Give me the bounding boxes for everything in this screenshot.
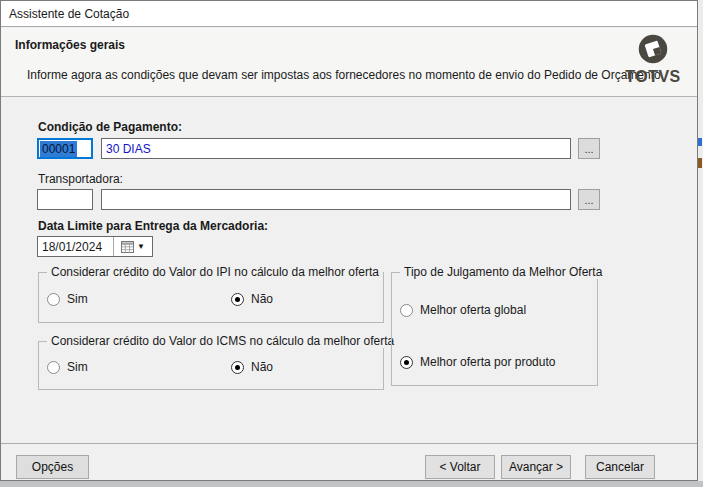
background-blue-mark: [698, 138, 702, 146]
icms-credit-group-title: Considerar crédito do Valor do ICMS no c…: [47, 334, 398, 348]
date-picker-dropdown[interactable]: ▼: [114, 241, 152, 253]
wizard-header: Informações gerais Informe agora as cond…: [1, 28, 697, 97]
next-button[interactable]: Avançar >: [501, 455, 571, 479]
radio-icon[interactable]: [47, 361, 60, 374]
payment-condition-desc-input[interactable]: [101, 138, 571, 159]
footer-divider: [1, 443, 697, 444]
radio-label: Não: [251, 360, 273, 374]
ipi-credit-group: Considerar crédito do Valor do IPI no cá…: [38, 272, 384, 323]
radio-icon[interactable]: [231, 293, 244, 306]
background-bottom-band: [0, 481, 703, 487]
page-description: Informe agora as condições que devam ser…: [27, 68, 664, 82]
chevron-down-icon: ▼: [137, 242, 145, 251]
back-button[interactable]: < Voltar: [425, 455, 495, 479]
judgement-radio-global[interactable]: Melhor oferta global: [400, 303, 526, 317]
judgement-radio-por-produto[interactable]: Melhor oferta por produto: [400, 355, 555, 369]
background-app-sliver: [698, 0, 703, 487]
calendar-icon: [121, 241, 134, 253]
radio-icon[interactable]: [47, 293, 60, 306]
ipi-radio-sim[interactable]: Sim: [47, 292, 88, 306]
radio-icon[interactable]: [400, 304, 413, 317]
radio-label: Não: [251, 292, 273, 306]
radio-label: Sim: [67, 360, 88, 374]
ipi-credit-group-title: Considerar crédito do Valor do IPI no cá…: [47, 265, 383, 279]
carrier-code-input[interactable]: [37, 189, 93, 210]
judgement-type-group: Tipo de Julgamento da Melhor Oferta Melh…: [391, 272, 598, 386]
ipi-radio-nao[interactable]: Não: [231, 292, 273, 306]
deadline-date-value: 18/01/2024: [38, 240, 113, 254]
payment-condition-code-input[interactable]: 00001: [37, 138, 93, 159]
icms-radio-sim[interactable]: Sim: [47, 360, 88, 374]
totvs-logo-text: TOTVS: [621, 68, 685, 86]
totvs-logo: TOTVS: [621, 34, 685, 86]
window-titlebar[interactable]: Assistente de Cotação: [1, 1, 697, 27]
screen: Assistente de Cotação Informações gerais…: [0, 0, 703, 487]
page-title: Informações gerais: [15, 38, 125, 52]
icms-credit-group: Considerar crédito do Valor do ICMS no c…: [38, 341, 384, 390]
cancel-button[interactable]: Cancelar: [585, 455, 655, 479]
carrier-browse-button[interactable]: ...: [578, 189, 600, 210]
payment-condition-code-value: 00001: [40, 141, 77, 157]
payment-condition-label: Condição de Pagamento:: [38, 120, 182, 134]
carrier-label: Transportadora:: [38, 172, 123, 186]
radio-icon[interactable]: [231, 361, 244, 374]
deadline-date-input[interactable]: 18/01/2024 ▼: [37, 236, 153, 257]
options-button[interactable]: Opções: [16, 455, 89, 479]
carrier-desc-input[interactable]: [101, 189, 571, 210]
deadline-label: Data Limite para Entrega da Mercadoria:: [38, 219, 268, 233]
window-title: Assistente de Cotação: [9, 7, 129, 21]
icms-radio-nao[interactable]: Não: [231, 360, 273, 374]
totvs-logo-icon: [638, 34, 668, 64]
radio-icon[interactable]: [400, 356, 413, 369]
quotation-wizard-dialog: Assistente de Cotação Informações gerais…: [0, 0, 698, 481]
radio-label: Sim: [67, 292, 88, 306]
judgement-type-group-title: Tipo de Julgamento da Melhor Oferta: [400, 265, 606, 279]
background-orange-mark: [698, 158, 702, 168]
radio-label: Melhor oferta global: [420, 303, 526, 317]
radio-label: Melhor oferta por produto: [420, 355, 555, 369]
payment-condition-browse-button[interactable]: ...: [578, 138, 600, 159]
